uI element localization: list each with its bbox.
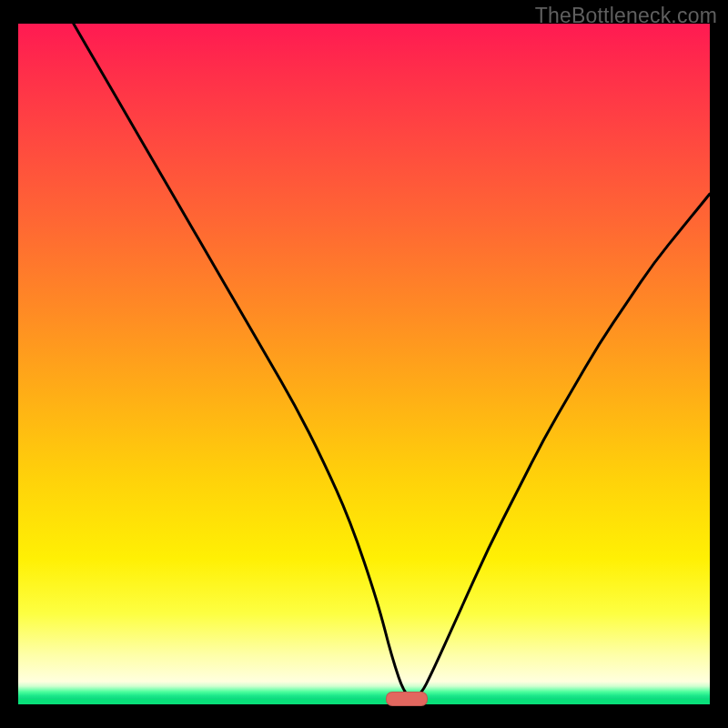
bottleneck-curve-path [74, 24, 710, 698]
watermark-text: TheBottleneck.com [535, 4, 717, 28]
plot-area [18, 24, 710, 710]
chart-frame: TheBottleneck.com [0, 0, 728, 728]
minimum-marker [386, 692, 428, 706]
curve-svg [18, 24, 710, 710]
